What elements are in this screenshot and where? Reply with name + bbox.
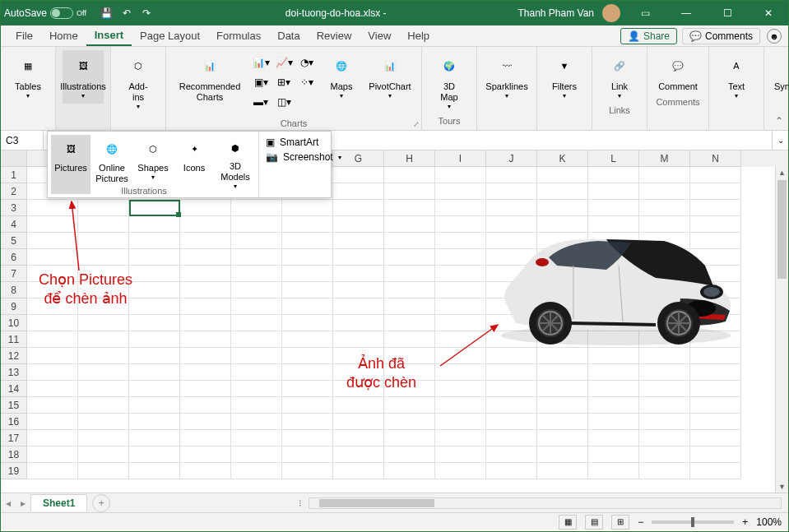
cell[interactable]	[27, 463, 78, 479]
row-header[interactable]: 8	[1, 282, 27, 298]
cell[interactable]	[486, 381, 537, 397]
cell[interactable]	[588, 183, 639, 200]
cell[interactable]	[690, 200, 741, 216]
scroll-up-icon[interactable]: ▲	[776, 167, 788, 178]
tab-home[interactable]: Home	[41, 26, 86, 45]
cell[interactable]	[129, 298, 180, 315]
cell[interactable]	[384, 233, 435, 249]
recommended-charts-button[interactable]: 📊 Recommended Charts	[173, 50, 247, 117]
cell[interactable]	[282, 216, 333, 233]
cell[interactable]	[231, 331, 282, 348]
cell[interactable]	[690, 183, 741, 200]
cell[interactable]	[27, 266, 78, 282]
cell[interactable]	[180, 249, 231, 266]
cell[interactable]	[537, 446, 588, 463]
cell[interactable]	[129, 348, 180, 364]
cell[interactable]	[435, 249, 486, 266]
vertical-scrollbar[interactable]: ▲ ▼	[775, 167, 788, 493]
cell[interactable]	[384, 216, 435, 233]
cell[interactable]	[78, 381, 129, 397]
user-avatar[interactable]	[602, 4, 620, 22]
cell[interactable]	[27, 331, 78, 348]
cell[interactable]	[282, 298, 333, 315]
cell[interactable]	[333, 249, 384, 266]
addins-button[interactable]: ⬡ Add- ins ▾	[118, 50, 159, 114]
zoom-slider[interactable]	[652, 520, 734, 524]
share-button[interactable]: 👤 Share	[620, 28, 677, 44]
cell[interactable]	[639, 463, 690, 479]
cell[interactable]	[435, 446, 486, 463]
row-header[interactable]: 5	[1, 233, 27, 249]
cell[interactable]	[180, 463, 231, 479]
cell[interactable]	[639, 430, 690, 446]
text-button[interactable]: A Text ▾	[716, 50, 757, 104]
cell[interactable]	[333, 446, 384, 463]
cell[interactable]	[537, 364, 588, 381]
cell[interactable]	[690, 430, 741, 446]
cell[interactable]	[333, 348, 384, 364]
cell[interactable]	[27, 381, 78, 397]
cell[interactable]	[435, 298, 486, 315]
page-layout-view-icon[interactable]: ▤	[585, 515, 603, 530]
cell[interactable]	[78, 298, 129, 315]
cell[interactable]	[435, 233, 486, 249]
cell[interactable]	[180, 282, 231, 298]
cell[interactable]	[435, 315, 486, 331]
cell[interactable]	[282, 463, 333, 479]
comments-button[interactable]: 💬 Comments	[682, 28, 760, 44]
row-header[interactable]: 10	[1, 315, 27, 331]
cell[interactable]	[27, 430, 78, 446]
cell[interactable]	[78, 397, 129, 414]
cell[interactable]	[282, 315, 333, 331]
cell[interactable]	[78, 216, 129, 233]
cell[interactable]	[486, 430, 537, 446]
cell[interactable]	[231, 249, 282, 266]
cell[interactable]	[435, 430, 486, 446]
cell[interactable]	[27, 364, 78, 381]
cell[interactable]	[639, 446, 690, 463]
cell[interactable]	[78, 414, 129, 430]
cell[interactable]	[435, 331, 486, 348]
cell[interactable]	[231, 216, 282, 233]
cell[interactable]	[435, 414, 486, 430]
cell[interactable]	[27, 348, 78, 364]
cell[interactable]	[129, 216, 180, 233]
cell[interactable]	[282, 381, 333, 397]
cell[interactable]	[78, 233, 129, 249]
row-header[interactable]: 13	[1, 364, 27, 381]
cell[interactable]	[78, 463, 129, 479]
waterfall-chart-icon[interactable]: ▬▾	[250, 93, 272, 111]
cell[interactable]	[588, 364, 639, 381]
cell[interactable]	[27, 216, 78, 233]
sheet-nav-prev-icon[interactable]: ◂	[1, 497, 16, 509]
cell[interactable]	[435, 167, 486, 183]
inserted-car-image[interactable]	[491, 216, 741, 353]
cell[interactable]	[180, 266, 231, 282]
pie-chart-icon[interactable]: ◔▾	[296, 53, 318, 72]
column-header[interactable]: L	[588, 150, 639, 167]
cell[interactable]	[435, 381, 486, 397]
cell[interactable]	[588, 463, 639, 479]
cell[interactable]	[282, 414, 333, 430]
cell[interactable]	[231, 315, 282, 331]
cell[interactable]	[27, 200, 78, 216]
close-icon[interactable]: ✕	[752, 1, 785, 25]
cell[interactable]	[282, 233, 333, 249]
link-button[interactable]: 🔗 Link ▾	[599, 50, 640, 104]
cell[interactable]	[639, 364, 690, 381]
cell[interactable]	[537, 200, 588, 216]
cell[interactable]	[27, 397, 78, 414]
cell[interactable]	[486, 167, 537, 183]
cell[interactable]	[588, 430, 639, 446]
cell[interactable]	[639, 397, 690, 414]
cell[interactable]	[282, 331, 333, 348]
cell[interactable]	[129, 381, 180, 397]
cell[interactable]	[537, 397, 588, 414]
autosave-toggle[interactable]: AutoSave Off	[4, 7, 86, 19]
cell[interactable]	[384, 397, 435, 414]
cell[interactable]	[384, 364, 435, 381]
cell[interactable]	[435, 364, 486, 381]
cell[interactable]	[231, 397, 282, 414]
row-header[interactable]: 2	[1, 183, 27, 200]
cell[interactable]	[333, 397, 384, 414]
